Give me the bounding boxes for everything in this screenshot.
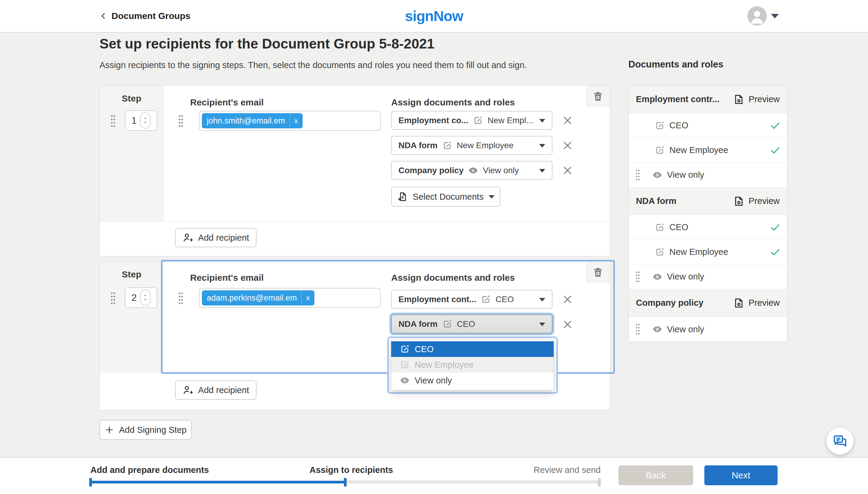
progress-bar-completed [90, 481, 347, 483]
avatar [747, 6, 767, 25]
select-documents-button[interactable]: Select Documents [391, 187, 500, 207]
role-row[interactable]: View only [629, 264, 787, 289]
stepper-up-icon[interactable] [143, 117, 148, 120]
email-chip[interactable]: john.smith@email.em x [202, 113, 302, 128]
trash-icon [592, 91, 604, 102]
role-row[interactable]: View only [629, 317, 787, 342]
signing-step-card-1: Step 1 Recipient's email john.smith@emai… [99, 85, 610, 256]
add-recipient-label: Add recipient [198, 385, 249, 395]
remove-row-icon[interactable] [562, 140, 573, 151]
remove-row-icon[interactable] [562, 319, 573, 330]
check-icon [770, 120, 781, 131]
dropdown-option-view-only[interactable]: View only [391, 373, 554, 388]
preview-button[interactable]: Preview [733, 195, 780, 207]
delete-step-button[interactable] [586, 86, 610, 107]
next-button[interactable]: Next [704, 466, 778, 485]
role-row[interactable]: New Employee [629, 240, 787, 264]
document-role-select[interactable]: Employment co... New Empl... [391, 111, 552, 130]
chevron-down-icon [539, 169, 545, 173]
chevron-down-icon [539, 298, 545, 302]
role-row[interactable]: New Employee [629, 138, 787, 163]
eye-icon [652, 324, 662, 334]
trash-icon [592, 267, 604, 278]
document-preview-icon [733, 94, 744, 105]
email-chip[interactable]: adam.perkins@email.em x [202, 290, 314, 305]
step-card-footer: Add recipient [100, 222, 610, 256]
role-name: New Employee [669, 247, 728, 257]
edit-icon [654, 247, 665, 257]
drag-handle-icon[interactable] [635, 323, 641, 335]
role-row[interactable]: CEO [629, 113, 787, 138]
add-recipient-button[interactable]: Add recipient [175, 228, 257, 247]
dropdown-option-ceo[interactable]: CEO [391, 341, 554, 357]
chat-button[interactable] [826, 428, 853, 455]
role-row[interactable]: View only [629, 163, 787, 187]
number-stepper[interactable] [140, 112, 151, 129]
remove-chip-icon[interactable]: x [290, 114, 302, 128]
progress-tick [598, 478, 601, 487]
add-signing-step-button[interactable]: Add Signing Step [99, 420, 192, 440]
document-role-select[interactable]: Employment cont... CEO [391, 290, 552, 309]
role-dropdown: CEO New Employee View only [391, 339, 554, 391]
role-name: CEO [457, 319, 475, 329]
preview-label: Preview [749, 94, 780, 104]
document-name: Employment contr... [636, 94, 719, 104]
dropdown-option-label: New Employee [415, 360, 474, 370]
stepper-down-icon[interactable] [143, 298, 148, 302]
edit-icon [442, 140, 453, 151]
drag-handle-icon[interactable] [635, 169, 641, 181]
drag-handle-icon[interactable] [178, 114, 184, 128]
document-group-header: Employment contr... Preview [629, 86, 787, 113]
remove-row-icon[interactable] [562, 165, 573, 176]
step-label: Step [100, 269, 163, 280]
back-link[interactable]: Document Groups [99, 0, 190, 32]
document-role-select[interactable]: NDA form New Employee [391, 136, 552, 155]
chevron-down-icon [771, 14, 779, 18]
delete-step-button[interactable] [586, 262, 610, 283]
step-number-value: 2 [131, 292, 137, 303]
role-row[interactable]: CEO [629, 215, 787, 240]
stepper-up-icon[interactable] [143, 294, 148, 297]
step-number-input[interactable]: 1 [125, 110, 157, 131]
person-add-icon [182, 232, 193, 243]
number-stepper[interactable] [140, 289, 151, 306]
recipient-email-input[interactable]: john.smith@email.em x [199, 111, 381, 131]
drag-handle-icon[interactable] [178, 291, 184, 305]
remove-row-icon[interactable] [562, 294, 573, 305]
edit-icon [400, 344, 410, 354]
eye-icon [468, 165, 478, 176]
drag-handle-icon[interactable] [635, 271, 641, 283]
document-role-select-open[interactable]: NDA form CEO [391, 315, 552, 334]
email-chip-label: adam.perkins@email.em [202, 291, 301, 305]
step-number-input[interactable]: 2 [125, 287, 157, 308]
stepper-down-icon[interactable] [143, 121, 148, 125]
account-menu[interactable] [747, 0, 779, 32]
remove-row-icon[interactable] [562, 115, 573, 126]
drag-handle-icon[interactable] [110, 291, 116, 305]
document-role-select[interactable]: Company policy View only [391, 161, 552, 180]
preview-button[interactable]: Preview [733, 94, 780, 105]
remove-chip-icon[interactable]: x [301, 291, 314, 305]
role-name: CEO [496, 294, 514, 304]
eye-icon [400, 375, 410, 385]
documents-panel: Employment contr... Preview CEO New Empl… [628, 85, 787, 342]
stage-assign-to-recipients: Assign to recipients [310, 465, 393, 475]
role-name: New Employee [457, 141, 514, 150]
document-name: Company policy [399, 166, 464, 175]
document-add-icon [397, 191, 408, 202]
signnow-logo: signNow [405, 0, 463, 32]
recipient-email-input[interactable]: adam.perkins@email.em x [199, 288, 381, 308]
add-recipient-button[interactable]: Add recipient [175, 380, 257, 400]
drag-handle-icon[interactable] [110, 114, 116, 128]
chat-icon [832, 434, 848, 449]
role-name: CEO [669, 222, 688, 232]
document-group-header: NDA form Preview [629, 187, 787, 215]
chevron-left-icon [99, 12, 108, 20]
page-subtitle: Assign recipients to the signing steps. … [99, 60, 527, 70]
check-icon [770, 222, 781, 233]
preview-button[interactable]: Preview [733, 297, 780, 309]
back-button[interactable]: Back [618, 466, 693, 485]
dropdown-option-new-employee[interactable]: New Employee [391, 357, 554, 373]
select-documents-label: Select Documents [412, 192, 483, 202]
recipient-email-label: Recipient's email [190, 97, 264, 108]
